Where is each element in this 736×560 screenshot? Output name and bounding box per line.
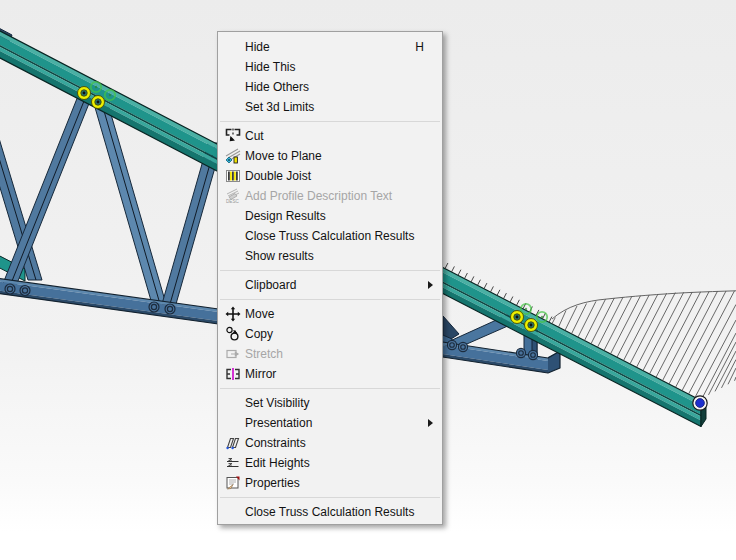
menu-separator: [220, 121, 440, 122]
shortcut-key: H: [415, 40, 436, 54]
add-profile-description-text-icon: DESC: [222, 188, 244, 204]
menu-item-label: Set Visibility: [245, 396, 309, 410]
menu-item-label: Add Profile Description Text: [245, 189, 392, 203]
menu-item-label: Copy: [245, 327, 273, 341]
menu-item-label: Set 3d Limits: [245, 100, 314, 114]
blank-icon-slot: [222, 208, 244, 224]
constraints-icon: [222, 435, 244, 451]
blank-icon-slot: [222, 395, 244, 411]
menu-item-cut[interactable]: Cut: [218, 126, 442, 146]
menu-item-presentation[interactable]: Presentation: [218, 413, 442, 433]
menu-item-label: Hide Others: [245, 80, 309, 94]
menu-item-label: Cut: [245, 129, 264, 143]
menu-item-hide[interactable]: Hide H: [218, 37, 442, 57]
context-menu: Hide H Hide This Hide Others Set 3d Limi…: [217, 31, 443, 525]
cut-icon: [222, 128, 244, 144]
menu-separator: [220, 270, 440, 271]
properties-icon: [222, 475, 244, 491]
menu-item-label: Design Results: [245, 209, 326, 223]
menu-item-edit-heights[interactable]: Edit Heights: [218, 453, 442, 473]
copy-icon: [222, 326, 244, 342]
menu-item-close-truss-calculation-results-footer[interactable]: Close Truss Calculation Results: [218, 502, 442, 522]
menu-item-double-joist[interactable]: Double Joist: [218, 166, 442, 186]
menu-item-label: Stretch: [245, 347, 283, 361]
move-icon: [222, 306, 244, 322]
menu-item-stretch: Stretch: [218, 344, 442, 364]
menu-item-label: Clipboard: [245, 278, 296, 292]
blank-icon-slot: [222, 59, 244, 75]
menu-item-label: Move to Plane: [245, 149, 322, 163]
move-to-plane-icon: [222, 148, 244, 164]
blank-icon-slot: [222, 248, 244, 264]
stretch-icon: [222, 346, 244, 362]
menu-item-show-results[interactable]: Show results: [218, 246, 442, 266]
menu-item-mirror[interactable]: Mirror: [218, 364, 442, 384]
menu-item-set-3d-limits[interactable]: Set 3d Limits: [218, 97, 442, 117]
menu-item-hide-this[interactable]: Hide This: [218, 57, 442, 77]
svg-text:DESC: DESC: [226, 199, 239, 204]
menu-item-label: Properties: [245, 476, 300, 490]
blank-icon-slot: [222, 99, 244, 115]
menu-item-label: Close Truss Calculation Results: [245, 505, 414, 519]
blank-icon-slot: [222, 504, 244, 520]
menu-item-label: Presentation: [245, 416, 312, 430]
menu-item-properties[interactable]: Properties: [218, 473, 442, 493]
menu-item-design-results[interactable]: Design Results: [218, 206, 442, 226]
edit-heights-icon: [222, 455, 244, 471]
menu-item-copy[interactable]: Copy: [218, 324, 442, 344]
menu-item-label: Hide: [245, 40, 270, 54]
menu-item-set-visibility[interactable]: Set Visibility: [218, 393, 442, 413]
blank-icon-slot: [222, 39, 244, 55]
menu-item-close-truss-calculation-results[interactable]: Close Truss Calculation Results: [218, 226, 442, 246]
double-joist-icon: [222, 168, 244, 184]
menu-item-label: Mirror: [245, 367, 276, 381]
menu-separator: [220, 299, 440, 300]
submenu-arrow-icon: [428, 419, 433, 427]
menu-separator: [220, 388, 440, 389]
blank-icon-slot: [222, 228, 244, 244]
menu-item-label: Show results: [245, 249, 314, 263]
menu-separator: [220, 497, 440, 498]
menu-item-label: Constraints: [245, 436, 306, 450]
menu-item-label: Edit Heights: [245, 456, 310, 470]
menu-item-label: Move: [245, 307, 274, 321]
menu-item-add-profile-description-text: DESC Add Profile Description Text: [218, 186, 442, 206]
menu-item-clipboard[interactable]: Clipboard: [218, 275, 442, 295]
menu-item-hide-others[interactable]: Hide Others: [218, 77, 442, 97]
mirror-icon: [222, 366, 244, 382]
blank-icon-slot: [222, 79, 244, 95]
menu-item-label: Double Joist: [245, 169, 311, 183]
blank-icon-slot: [222, 277, 244, 293]
menu-item-label: Hide This: [245, 60, 295, 74]
submenu-arrow-icon: [428, 281, 433, 289]
menu-item-label: Close Truss Calculation Results: [245, 229, 414, 243]
blank-icon-slot: [222, 415, 244, 431]
menu-item-constraints[interactable]: Constraints: [218, 433, 442, 453]
tip-node-marker[interactable]: [693, 396, 707, 410]
menu-item-move-to-plane[interactable]: Move to Plane: [218, 146, 442, 166]
menu-item-move[interactable]: Move: [218, 304, 442, 324]
